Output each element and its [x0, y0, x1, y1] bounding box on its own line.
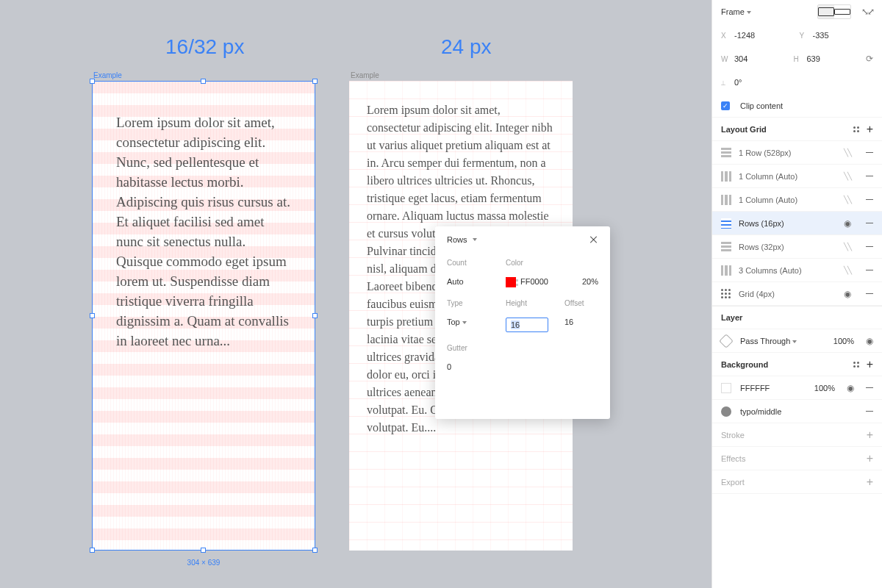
resize-handle-tl[interactable] [90, 79, 95, 84]
color-swatch-icon [506, 277, 516, 287]
layer-visibility-icon[interactable]: ◉ [866, 336, 873, 346]
background-visibility-icon[interactable]: ◉ [847, 383, 854, 393]
visibility-off-icon[interactable]: ╲╲ [844, 172, 851, 180]
count-value[interactable]: Auto [447, 277, 506, 287]
effects-section[interactable]: Effects + [712, 447, 882, 470]
effects-title: Effects [721, 454, 745, 463]
resize-handle-br[interactable] [312, 548, 318, 553]
frame-label-1[interactable]: Example [93, 71, 122, 79]
background-style-name[interactable]: typo/middle [740, 407, 781, 416]
h-field[interactable]: 639 [807, 54, 862, 63]
layer-title: Layer [721, 313, 742, 322]
export-section[interactable]: Export + [712, 470, 882, 494]
background-section: Background + [712, 353, 882, 376]
height-value: 16 [511, 320, 520, 329]
visibility-off-icon[interactable]: ╲╲ [844, 196, 851, 204]
resize-handle-tr[interactable] [312, 79, 318, 84]
resize-to-fit-icon[interactable]: ⤡⤢ [861, 7, 873, 17]
orientation-landscape[interactable] [834, 5, 850, 18]
visibility-on-icon[interactable]: ◉ [844, 218, 851, 229]
remove-grid-button[interactable] [866, 223, 873, 223]
export-title: Export [721, 478, 745, 487]
y-field[interactable]: -335 [813, 31, 874, 40]
grid-item-label: Rows (32px) [739, 243, 836, 251]
resize-handle-l[interactable] [90, 313, 95, 318]
height-input[interactable]: 16 [506, 318, 548, 332]
frame-label-2[interactable]: Example [351, 71, 379, 79]
layout-grid-item[interactable]: 1 Row (528px)╲╲ [712, 141, 882, 165]
w-field[interactable]: 304 [734, 54, 789, 63]
gutter-value[interactable]: 0 [447, 362, 506, 371]
rows-icon [721, 218, 731, 229]
resize-handle-bl[interactable] [90, 548, 95, 553]
x-field[interactable]: -1248 [734, 31, 795, 40]
color-opacity[interactable]: 20% [564, 277, 598, 287]
type-select[interactable]: Top [447, 318, 506, 332]
chevron-down-icon [747, 11, 751, 14]
fill-styles-icon[interactable] [853, 362, 859, 368]
remove-grid-button[interactable] [866, 246, 873, 247]
layout-grid-item[interactable]: Grid (4px)◉ [712, 282, 882, 306]
rows-icon [721, 242, 731, 252]
background-style-icon[interactable] [721, 406, 731, 417]
layout-grid-item[interactable]: Rows (32px)╲╲ [712, 235, 882, 259]
orientation-toggle[interactable] [817, 4, 851, 19]
add-background-button[interactable]: + [867, 359, 873, 370]
clip-content-label: Clip content [740, 101, 783, 110]
rotation-icon: ⟂ [721, 79, 730, 87]
background-opacity[interactable]: 100% [814, 384, 835, 392]
stroke-section[interactable]: Stroke + [712, 423, 882, 447]
add-effect-button[interactable]: + [867, 453, 873, 465]
gutter-label: Gutter [447, 344, 506, 352]
layout-grid-item[interactable]: 3 Columns (Auto)╲╲ [712, 259, 882, 282]
color-field[interactable]: FF0000 [506, 277, 564, 287]
add-export-button[interactable]: + [867, 476, 873, 488]
layer-opacity[interactable]: 100% [833, 337, 854, 345]
layout-grid-item[interactable]: Rows (16px)◉ [712, 212, 882, 235]
remove-grid-button[interactable] [866, 152, 873, 153]
h-label: H [794, 55, 803, 63]
background-swatch[interactable] [721, 383, 731, 393]
blend-mode-select[interactable]: Pass Through [740, 337, 797, 345]
resize-handle-r[interactable] [312, 313, 318, 318]
remove-grid-button[interactable] [866, 293, 873, 294]
count-label: Count [447, 259, 506, 267]
frame-example-1[interactable]: Lorem ipsum dolor sit amet, consectetur … [92, 81, 315, 551]
remove-background-button[interactable] [866, 387, 873, 388]
remove-background-style-button[interactable] [866, 411, 873, 412]
x-label: X [721, 32, 730, 40]
chevron-down-icon [473, 238, 477, 241]
rotation-field[interactable]: 0° [734, 78, 873, 87]
remove-grid-button[interactable] [866, 270, 873, 270]
grid-styles-icon[interactable] [853, 126, 859, 132]
background-hex[interactable]: FFFFFF [740, 384, 770, 392]
stroke-title: Stroke [721, 431, 745, 440]
remove-grid-button[interactable] [866, 199, 873, 200]
popover-title[interactable]: Rows [447, 235, 477, 244]
grid-item-label: Grid (4px) [739, 290, 836, 298]
clip-content-checkbox[interactable]: ✓ [721, 101, 730, 110]
rows-settings-popover: Rows Count Color Auto FF0000 20% Type He… [435, 226, 610, 419]
resize-handle-t[interactable] [201, 79, 206, 84]
frame-type-select[interactable]: Frame [721, 7, 751, 16]
visibility-off-icon[interactable]: ╲╲ [844, 266, 851, 274]
layout-grid-item[interactable]: 1 Column (Auto)╲╲ [712, 188, 882, 212]
orientation-portrait[interactable] [818, 5, 834, 18]
background-title: Background [721, 360, 768, 369]
layer-section: Layer [712, 306, 882, 329]
visibility-off-icon[interactable]: ╲╲ [844, 243, 851, 251]
remove-grid-button[interactable] [866, 176, 873, 176]
properties-panel: Frame ⤡⤢ X-1248 Y-335 W304 H639 ⟳ ⟂0° ✓ … [711, 0, 882, 588]
resize-handle-b[interactable] [201, 548, 206, 553]
close-icon[interactable] [589, 235, 598, 244]
offset-value[interactable]: 16 [564, 318, 598, 332]
add-layout-grid-button[interactable]: + [867, 123, 873, 135]
visibility-on-icon[interactable]: ◉ [844, 289, 851, 299]
add-stroke-button[interactable]: + [867, 429, 873, 441]
rows-icon [721, 148, 731, 158]
constrain-proportions-icon[interactable]: ⟳ [866, 54, 873, 64]
columns-icon [721, 171, 731, 182]
color-hex: FF0000 [520, 277, 548, 286]
visibility-off-icon[interactable]: ╲╲ [844, 148, 851, 157]
layout-grid-item[interactable]: 1 Column (Auto)╲╲ [712, 165, 882, 188]
